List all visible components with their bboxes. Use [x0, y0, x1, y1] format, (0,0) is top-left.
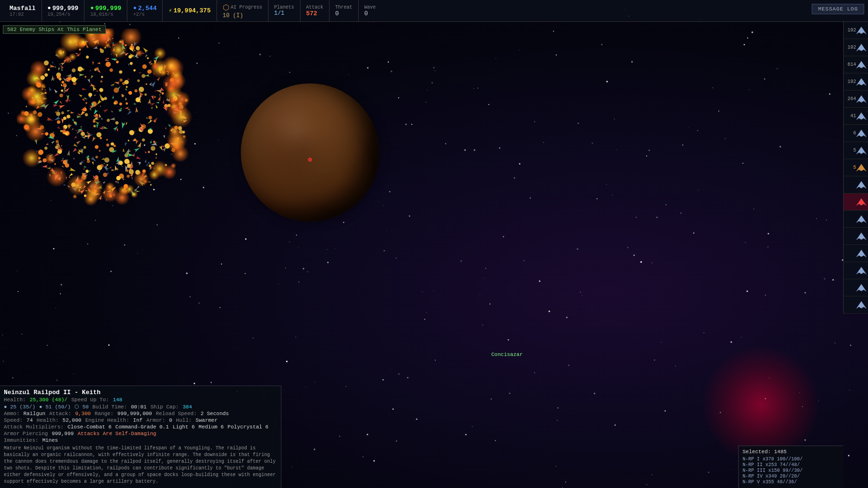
planets-section: Planets 1/1	[269, 0, 300, 21]
svg-point-261	[556, 466, 557, 467]
svg-point-271	[270, 56, 271, 57]
game-time: 17:02	[10, 12, 36, 17]
svg-point-88	[409, 215, 410, 217]
svg-point-291	[627, 247, 629, 248]
svg-point-265	[553, 30, 554, 31]
armor-piercing-label: Armor Piercing	[4, 431, 48, 437]
svg-point-34	[489, 335, 490, 335]
svg-point-98	[592, 142, 593, 143]
selected-row-5: N-RP V x355 48//36/	[743, 479, 839, 485]
svg-point-178	[665, 204, 667, 205]
svg-point-211	[296, 234, 297, 235]
right-panel-item[interactable]	[844, 296, 868, 314]
message-log-button[interactable]: MESSAGE LOG	[812, 4, 864, 14]
armor-label: Armor:	[146, 417, 165, 423]
right-panel-item[interactable]: 264	[844, 91, 868, 108]
svg-point-23	[373, 22, 374, 22]
immunities-value: Mines	[42, 437, 58, 443]
svg-point-232	[18, 291, 19, 292]
right-panel-item[interactable]	[844, 211, 868, 228]
svg-point-181	[664, 410, 666, 412]
ai-progress-section: ⬡ AI Progress 10 (I)	[217, 0, 269, 21]
svg-point-152	[367, 434, 368, 435]
crystal-section: ● 999,999 18,016/s	[84, 0, 127, 21]
right-panel-item[interactable]: 192	[844, 73, 868, 91]
science-value: 2,544	[138, 5, 156, 12]
svg-point-28	[411, 124, 412, 125]
svg-point-168	[503, 236, 504, 237]
right-panel-item[interactable]	[844, 245, 868, 262]
svg-point-129	[530, 197, 531, 198]
svg-point-216	[343, 222, 344, 223]
svg-point-257	[566, 316, 568, 318]
svg-point-209	[474, 88, 474, 89]
ship-icon	[856, 301, 867, 309]
svg-point-12	[698, 190, 699, 190]
svg-point-284	[17, 271, 18, 271]
svg-marker-452	[856, 301, 867, 309]
svg-point-121	[519, 163, 520, 164]
svg-point-166	[577, 248, 578, 250]
ship-icon	[856, 250, 867, 257]
svg-point-247	[407, 377, 408, 378]
metal-value: 999,999	[52, 5, 79, 12]
svg-point-172	[606, 81, 608, 82]
right-panel-item[interactable]: 5	[844, 159, 868, 176]
svg-point-207	[422, 291, 423, 292]
svg-marker-436	[856, 27, 867, 34]
right-panel-item[interactable]	[844, 279, 868, 296]
right-panel-item[interactable]	[844, 262, 868, 279]
ship-icon	[856, 112, 867, 120]
svg-point-31	[824, 278, 825, 279]
svg-point-66	[196, 112, 197, 112]
top-hud: Masfall 17:02 ● 999,999 19,254/s ● 999,9…	[0, 0, 868, 22]
svg-point-289	[383, 205, 384, 206]
svg-point-141	[558, 407, 558, 408]
svg-point-259	[703, 332, 704, 333]
ship-icon	[856, 95, 867, 103]
svg-point-86	[327, 249, 327, 250]
build-time-label: Build Time:	[93, 404, 127, 410]
svg-point-287	[60, 293, 61, 294]
svg-point-73	[680, 213, 682, 214]
right-panel-item[interactable]	[844, 176, 868, 193]
svg-point-3	[557, 420, 558, 421]
svg-point-40	[539, 383, 539, 383]
attack-value: 9,300	[75, 411, 91, 417]
svg-point-24	[849, 390, 850, 390]
right-panel-item[interactable]	[844, 193, 868, 211]
svg-point-188	[124, 244, 125, 245]
right-panel-item[interactable]: 192	[844, 39, 868, 56]
svg-marker-444	[856, 164, 867, 172]
engine-label: Engine Health:	[85, 417, 129, 423]
svg-point-283	[594, 393, 595, 394]
svg-point-220	[612, 195, 613, 195]
svg-point-236	[296, 337, 297, 338]
planet-surface	[241, 83, 379, 222]
selected-panel: Selected: 1485 N-RP I x378 100//100/ N-R…	[738, 446, 843, 488]
health2-value: 52,000	[62, 417, 82, 423]
svg-point-148	[289, 72, 290, 73]
right-panel-item[interactable]	[844, 228, 868, 245]
svg-point-36	[499, 147, 500, 149]
svg-point-293	[597, 198, 598, 199]
health2-label: Health:	[37, 417, 59, 423]
speed-label: Speed Up To:	[71, 397, 109, 403]
svg-marker-449	[856, 250, 867, 257]
right-panel-item[interactable]: 5	[844, 142, 868, 159]
svg-point-60	[194, 383, 195, 384]
svg-point-134	[196, 62, 198, 64]
svg-marker-446	[856, 198, 867, 206]
svg-point-231	[746, 290, 748, 292]
right-panel-item[interactable]: 41	[844, 108, 868, 125]
svg-point-59	[708, 472, 709, 473]
player-info: Masfall 17:02	[4, 0, 42, 21]
right-panel-item[interactable]: 614	[844, 56, 868, 73]
svg-point-277	[747, 38, 748, 39]
svg-point-123	[606, 184, 607, 185]
svg-point-160	[335, 249, 335, 249]
row2-val3: ⬡ 50	[74, 404, 89, 410]
right-panel-item[interactable]: 6	[844, 125, 868, 142]
svg-point-158	[731, 341, 733, 343]
right-panel-item[interactable]: 192	[844, 22, 868, 39]
